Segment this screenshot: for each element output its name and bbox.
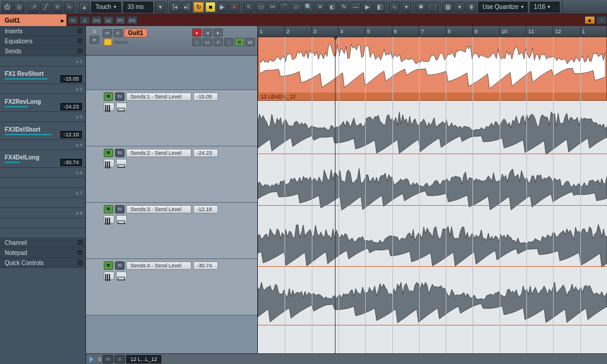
scroll-indicator-icon[interactable] [90, 356, 94, 362]
dropdown-icon[interactable]: ▾ [401, 2, 411, 12]
read-button[interactable]: R [104, 205, 113, 213]
automation-lane[interactable] [258, 274, 607, 330]
record-icon[interactable]: ● [229, 2, 239, 12]
tool-line-icon[interactable]: ╱ [40, 2, 51, 12]
indicator-b[interactable]: ▫ [596, 16, 607, 24]
solo-button[interactable]: s [79, 16, 90, 24]
wave-icon[interactable]: ∿ [389, 2, 400, 12]
lane-tool-b[interactable]: ▭ [116, 159, 127, 167]
play-icon[interactable]: ▶ [217, 2, 228, 12]
send-fx4[interactable]: FX4DelLong -30.74 [0, 150, 85, 168]
target-icon[interactable]: ◎ [14, 2, 24, 12]
lane-tool-a[interactable]: Ⅲ [104, 215, 114, 223]
send-fx1[interactable]: FX1 RevShort -15.05 [0, 66, 85, 84]
grid-type-icon[interactable]: ⋕ [466, 2, 477, 12]
read-button[interactable]: R [104, 261, 113, 270]
glue-icon[interactable]: ⌒ [279, 2, 290, 12]
send-empty-slot[interactable]: s 8 [0, 208, 85, 218]
send-empty-slot[interactable]: s 6 [0, 168, 85, 178]
track-mute-button[interactable]: m [103, 29, 112, 37]
menu-button[interactable]: ▸ [213, 28, 223, 37]
arrange-area[interactable]: 1234567891011121 12 LEAD L_12 [258, 26, 607, 364]
send-empty-body[interactable] [0, 178, 85, 188]
automation-lane-header[interactable]: R W Sends:3 - Send Level -12.18 Ⅲ ▭ [86, 203, 257, 259]
send-empty-slot[interactable]: s 7 [0, 188, 85, 198]
color-tool-icon[interactable]: ◧ [374, 2, 385, 12]
write-button[interactable]: W [115, 149, 124, 157]
track-header[interactable]: 4 ▾ m s Guit1 mono ● ◂ ▸ [86, 26, 257, 56]
indicator-a[interactable]: ■ [584, 16, 595, 24]
ruler[interactable]: 1234567891011121 [258, 26, 607, 37]
inspector-channel[interactable]: Channel [0, 238, 85, 248]
quantize-value-select[interactable]: 1/16 [530, 2, 560, 12]
inspector-inserts[interactable]: Inserts [0, 26, 85, 36]
selected-track-name[interactable]: Guit1 [0, 14, 66, 26]
playhead[interactable] [335, 37, 336, 364]
snap-type-icon[interactable]: ⋮⋮ [427, 2, 438, 12]
inspector-sends[interactable]: Sends [0, 46, 85, 56]
automation-lane[interactable] [258, 105, 607, 161]
automation-lane-header[interactable]: R W Sends:1 - Send Level -15.05 Ⅲ ▭ [86, 90, 257, 146]
automation-value[interactable]: -12.18 [193, 205, 218, 213]
track-name-label[interactable]: Guit1 [124, 28, 148, 37]
automation-lane-header[interactable]: R W Sends:2 - Send Level -24.23 Ⅲ ▭ [86, 146, 257, 203]
lane-tool-b[interactable]: ▭ [116, 103, 127, 111]
transport-end-icon[interactable]: ▸| [181, 2, 192, 12]
automation-lane[interactable] [258, 218, 607, 274]
track-solo-button[interactable]: s [113, 29, 123, 37]
timewarp-icon[interactable]: ◐ [327, 2, 337, 12]
lane-tool-b[interactable]: ▭ [116, 272, 127, 280]
automation-lane-header[interactable]: R W Sends:4 - Send Level -30.74 Ⅲ ▭ [86, 259, 257, 315]
write-button[interactable]: W [115, 261, 124, 270]
grid-icon[interactable]: ▦ [442, 2, 453, 12]
transport-start-icon[interactable]: |◂ [170, 2, 180, 12]
lanes-button[interactable]: ⋮ [224, 38, 234, 46]
send-empty-body[interactable] [0, 198, 85, 208]
lane-tool-a[interactable]: Ⅲ [104, 103, 114, 111]
automation-value[interactable]: -24.23 [193, 149, 218, 157]
record-enable-button[interactable]: ● [192, 28, 202, 37]
grid-dropdown-icon[interactable]: ▾ [454, 2, 465, 12]
lane-tool-a[interactable]: Ⅲ [104, 272, 114, 280]
write-button[interactable]: W [115, 92, 124, 101]
zoom-icon[interactable]: 🔍 [303, 2, 314, 12]
send-fx3[interactable]: FX3DelShort -12.18 [0, 122, 85, 140]
lane-tool-a[interactable]: Ⅲ [104, 159, 114, 167]
automation-parameter[interactable]: Sends:4 - Send Level [126, 261, 191, 270]
automation-parameter[interactable]: Sends:3 - Send Level [126, 205, 191, 213]
freeze-button[interactable]: ▭ [203, 38, 212, 46]
track-expand-icon[interactable]: ▾ [90, 36, 99, 44]
tool-draw-icon[interactable]: ↗ [28, 2, 39, 12]
read-button[interactable]: R [104, 92, 113, 101]
automation-up-icon[interactable]: ▴ [79, 2, 90, 12]
snap-icon[interactable]: ✱ [416, 2, 426, 12]
scissors-icon[interactable]: ✂ [267, 2, 278, 12]
lane-tool-b[interactable]: ▭ [116, 215, 127, 223]
lock-button[interactable]: ≡ [213, 38, 223, 46]
automation-delay-field[interactable]: 33 ms [123, 2, 153, 12]
cycle-icon[interactable]: ↻ [193, 2, 204, 12]
bottom-clip-name[interactable]: 12 L...L_12 [126, 355, 161, 363]
erase-icon[interactable]: ▱ [291, 2, 302, 12]
automation-parameter[interactable]: Sends:2 - Send Level [126, 149, 191, 157]
send-empty-body[interactable] [0, 218, 85, 228]
inspector-notepad[interactable]: Notepad [0, 248, 85, 258]
audio-clip[interactable]: 12 LEAD L_12 [258, 37, 607, 101]
stop-icon[interactable]: ■ [205, 2, 216, 12]
write-button[interactable]: W [115, 205, 124, 213]
mute-tool-icon[interactable]: ✕ [315, 2, 325, 12]
automation-parameter[interactable]: Sends:1 - Send Level [126, 92, 191, 101]
power-icon[interactable]: ⏻ [2, 2, 12, 12]
write-auto-button[interactable]: W [245, 38, 255, 46]
bottom-solo[interactable]: s [114, 355, 125, 363]
arrow-tool-icon[interactable]: ↖ [244, 2, 254, 12]
tool-curve-icon[interactable]: ∿ [64, 2, 75, 12]
read-button[interactable]: R [104, 149, 113, 157]
input-button[interactable]: ○ [192, 38, 202, 46]
inspector-equalizers[interactable]: Equalizers [0, 36, 85, 46]
read-auto-button[interactable]: R [235, 38, 244, 46]
line-tool-icon[interactable]: — [350, 2, 361, 12]
draw-tool-icon[interactable]: ✎ [338, 2, 349, 12]
mute-button[interactable]: m [68, 16, 78, 24]
monitor-button[interactable]: ◂ [203, 28, 212, 37]
